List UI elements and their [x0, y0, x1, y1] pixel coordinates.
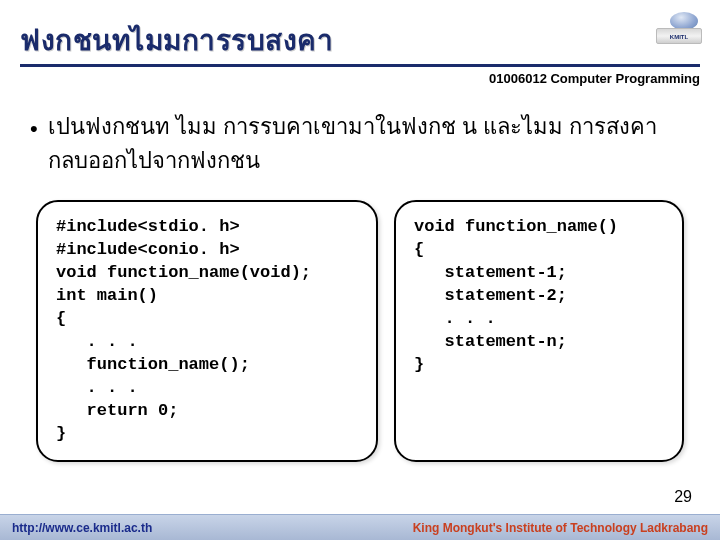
bullet-mark: •	[30, 110, 38, 178]
code-box-left: #include<stdio. h> #include<conio. h> vo…	[36, 200, 378, 461]
logo-plate: KMITL	[656, 28, 702, 44]
slide-title: ฟงกชนทไมมการรบสงคา	[20, 18, 700, 62]
slide-header: ฟงกชนทไมมการรบสงคา KMITL 01006012 Comput…	[0, 0, 720, 110]
footer-institute: King Mongkut's Institute of Technology L…	[413, 521, 708, 535]
footer-url: http://www.ce.kmitl.ac.th	[12, 521, 152, 535]
header-divider	[20, 64, 700, 67]
code-row: #include<stdio. h> #include<conio. h> vo…	[30, 200, 690, 461]
slide-content: • เปนฟงกชนท ไมม การรบคาเขามาในฟงกช น และ…	[0, 110, 720, 462]
slide-footer: http://www.ce.kmitl.ac.th King Mongkut's…	[0, 514, 720, 540]
page-number: 29	[674, 488, 692, 506]
course-code-text: 01006012 Computer Programming	[489, 71, 700, 86]
code-box-right: void function_name() { statement-1; stat…	[394, 200, 684, 461]
course-code: 01006012 Computer Programming	[20, 71, 700, 86]
bullet-paragraph: • เปนฟงกชนท ไมม การรบคาเขามาในฟงกช น และ…	[30, 110, 690, 178]
kmitl-logo: KMITL	[656, 10, 702, 48]
bullet-text: เปนฟงกชนท ไมม การรบคาเขามาในฟงกช น และไม…	[48, 110, 690, 178]
